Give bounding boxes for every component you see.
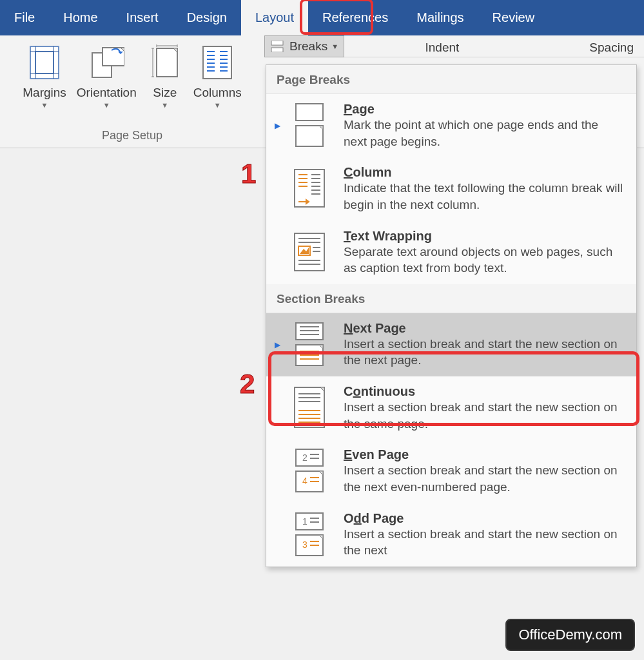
menu-item-title: Even Page (344, 447, 623, 462)
dropdown-caret-icon: ▼ (161, 101, 168, 109)
dropdown-caret-icon: ▼ (214, 101, 221, 109)
next-page-section-break-icon (282, 321, 336, 367)
svg-text:1: 1 (302, 516, 307, 527)
breaks-button[interactable]: Breaks ▼ (264, 35, 344, 57)
menu-item-desc: Indicate that the text following the col… (344, 180, 623, 213)
tab-home[interactable]: Home (49, 0, 112, 35)
breaks-label: Breaks (289, 39, 327, 53)
tab-file[interactable]: File (0, 0, 49, 35)
svg-text:3: 3 (302, 539, 307, 550)
column-break-icon (282, 165, 336, 211)
orientation-label: Orientation (77, 86, 137, 100)
dropdown-caret-icon: ▼ (331, 43, 338, 50)
ribbon-tabs: File Home Insert Design Layout Reference… (0, 0, 644, 35)
svg-text:4: 4 (302, 476, 307, 486)
svg-rect-33 (296, 104, 323, 121)
tab-review[interactable]: Review (478, 0, 549, 35)
indent-group-label: Indent (415, 38, 470, 55)
svg-rect-34 (296, 126, 323, 146)
tab-design[interactable]: Design (173, 0, 241, 35)
menu-item-desc: Insert a section break and start the new… (344, 399, 623, 432)
annotation-callout-1: 1 (241, 159, 256, 189)
columns-label: Columns (193, 86, 242, 100)
svg-rect-7 (102, 48, 124, 66)
svg-rect-32 (271, 48, 283, 52)
menu-item-desc: Insert a section break and start the new… (344, 462, 623, 495)
menu-item-odd-page[interactable]: 1 3 Odd Page Insert a section break and … (266, 503, 636, 567)
margins-icon (26, 44, 63, 81)
page-breaks-section-title: Page Breaks (266, 65, 636, 94)
menu-item-desc: Insert a section break and start the new… (344, 336, 623, 369)
menu-item-title: Text Wrapping (344, 229, 623, 244)
orientation-icon (88, 44, 124, 81)
menu-item-desc: Separate text around objects on web page… (344, 244, 623, 277)
menu-item-desc: Insert a section break and start the new… (344, 526, 623, 559)
submenu-arrow-icon: ▶ (273, 121, 282, 130)
continuous-section-break-icon (282, 384, 336, 431)
menu-item-next-page[interactable]: ▶ Next Page Insert a section break and s… (266, 313, 636, 376)
breaks-dropdown: Page Breaks ▶ Page Mark the point at whi… (266, 64, 637, 567)
menu-item-title: Page (344, 102, 623, 117)
margins-button[interactable]: Margins ▼ (17, 41, 72, 129)
page-setup-group: Margins ▼ Orientation ▼ Size ▼ (0, 35, 264, 148)
tab-layout[interactable]: Layout (241, 0, 308, 35)
breaks-row: Breaks ▼ Indent Spacing (264, 35, 644, 57)
dropdown-caret-icon: ▼ (41, 101, 48, 109)
annotation-callout-2: 2 (240, 369, 255, 400)
svg-text:2: 2 (302, 452, 307, 463)
orientation-button[interactable]: Orientation ▼ (72, 41, 142, 129)
page-setup-group-label: Page Setup (102, 129, 162, 148)
menu-item-column[interactable]: Column Indicate that the text following … (266, 157, 636, 220)
tab-references[interactable]: References (308, 0, 402, 35)
columns-button[interactable]: Columns ▼ (188, 41, 247, 129)
menu-item-continuous[interactable]: Continuous Insert a section break and st… (266, 376, 636, 440)
menu-item-text-wrapping[interactable]: Text Wrapping Separate text around objec… (266, 221, 636, 284)
page-break-icon (282, 102, 336, 148)
size-label: Size (153, 86, 177, 100)
svg-rect-31 (271, 41, 283, 45)
size-button[interactable]: Size ▼ (142, 41, 188, 129)
menu-item-even-page[interactable]: 2 4 Even Page Insert a section break and… (266, 440, 636, 503)
margins-label: Margins (23, 86, 66, 100)
menu-item-title: Continuous (344, 384, 623, 399)
svg-rect-10 (157, 48, 177, 77)
tab-insert[interactable]: Insert (112, 0, 173, 35)
menu-item-title: Column (344, 165, 623, 180)
menu-item-title: Next Page (344, 321, 623, 336)
section-breaks-section-title: Section Breaks (266, 284, 636, 313)
text-wrapping-break-icon (282, 229, 336, 275)
menu-item-page[interactable]: ▶ Page Mark the point at which one page … (266, 94, 636, 157)
submenu-arrow-icon: ▶ (273, 340, 282, 349)
columns-icon (199, 44, 235, 81)
page-setup-buttons: Margins ▼ Orientation ▼ Size ▼ (17, 35, 247, 129)
spacing-group-label: Spacing (579, 38, 644, 55)
size-icon (147, 44, 183, 81)
menu-item-desc: Mark the point at which one page ends an… (344, 117, 623, 150)
dropdown-caret-icon: ▼ (103, 101, 110, 109)
odd-page-section-break-icon: 1 3 (282, 511, 336, 558)
tab-mailings[interactable]: Mailings (402, 0, 478, 35)
menu-item-title: Odd Page (344, 511, 623, 526)
breaks-icon (270, 41, 286, 52)
even-page-section-break-icon: 2 4 (282, 447, 336, 494)
watermark-brand: OfficeDemy.com (505, 619, 635, 651)
